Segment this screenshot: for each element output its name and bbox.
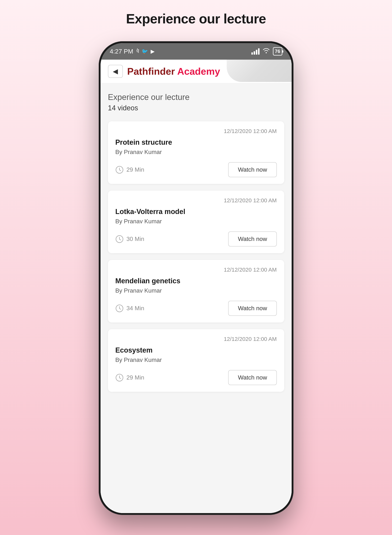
card-title: Mendelian genetics (115, 277, 277, 285)
card-duration: 29 Min (115, 373, 144, 382)
clock-icon (115, 373, 124, 382)
card-footer: 29 Min Watch now (115, 370, 277, 385)
card-footer: 30 Min Watch now (115, 231, 277, 247)
watch-now-button[interactable]: Watch now (228, 231, 277, 247)
battery-icon: 76 (273, 47, 282, 56)
clock-icon (115, 235, 124, 243)
card-title: Ecosystem (115, 346, 277, 354)
card-author: By Pranav Kumar (115, 287, 277, 294)
pay-icon: पे (136, 48, 139, 54)
back-button[interactable]: ◀ (108, 65, 123, 78)
card-footer: 34 Min Watch now (115, 301, 277, 316)
duration-text: 29 Min (126, 374, 144, 381)
video-count: 14 videos (108, 104, 284, 112)
status-right: 76 (251, 47, 282, 56)
duration-text: 29 Min (126, 166, 144, 173)
watch-now-button[interactable]: Watch now (228, 162, 277, 177)
battery-level: 76 (275, 48, 280, 54)
clock-icon (115, 304, 124, 312)
app-logo: Pathfinder Academy (127, 66, 220, 77)
watch-now-button[interactable]: Watch now (228, 301, 277, 316)
video-card: 12/12/2020 12:00 AM Mendelian genetics B… (108, 260, 284, 322)
video-card: 12/12/2020 12:00 AM Ecosystem By Pranav … (108, 329, 284, 392)
card-date: 12/12/2020 12:00 AM (115, 128, 277, 134)
clock-icon (115, 166, 124, 174)
section-title: Experience our lecture (108, 92, 284, 102)
status-icons-left: पे 🐦 ▶ (136, 48, 155, 54)
video-card: 12/12/2020 12:00 AM Lotka-Volterra model… (108, 191, 284, 253)
logo-pathfinder: Pathfinder (127, 66, 175, 77)
card-author: By Pranav Kumar (115, 357, 277, 363)
card-title: Protein structure (115, 139, 277, 146)
page-title: Experience our lecture (126, 11, 266, 26)
card-duration: 34 Min (115, 304, 144, 312)
status-bar: 4:27 PM पे 🐦 ▶ (101, 43, 292, 60)
card-author: By Pranav Kumar (115, 218, 277, 225)
twitter-icon: 🐦 (142, 48, 148, 54)
signal-icon (251, 48, 260, 55)
youtube-icon: ▶ (151, 48, 155, 54)
back-arrow-icon: ◀ (113, 67, 118, 75)
card-date: 12/12/2020 12:00 AM (115, 336, 277, 342)
logo-academy: Academy (175, 66, 220, 77)
phone-screen: 4:27 PM पे 🐦 ▶ (101, 43, 292, 513)
card-duration: 29 Min (115, 166, 144, 174)
app-header: ◀ Pathfinder Academy (101, 60, 292, 83)
scroll-content[interactable]: Experience our lecture 14 videos 12/12/2… (101, 83, 292, 513)
video-card: 12/12/2020 12:00 AM Protein structure By… (108, 121, 284, 184)
card-date: 12/12/2020 12:00 AM (115, 197, 277, 204)
status-time: 4:27 PM (110, 48, 133, 55)
card-footer: 29 Min Watch now (115, 162, 277, 177)
duration-text: 34 Min (126, 305, 144, 312)
watch-now-button[interactable]: Watch now (228, 370, 277, 385)
phone-frame: 4:27 PM पे 🐦 ▶ (99, 41, 294, 515)
card-author: By Pranav Kumar (115, 149, 277, 155)
card-duration: 30 Min (115, 235, 144, 243)
card-date: 12/12/2020 12:00 AM (115, 267, 277, 273)
card-title: Lotka-Volterra model (115, 208, 277, 216)
app-content: ◀ Pathfinder Academy Experience our lect… (101, 60, 292, 513)
duration-text: 30 Min (126, 236, 144, 242)
status-time-section: 4:27 PM पे 🐦 ▶ (110, 48, 155, 55)
header-cloud-decoration (227, 60, 292, 82)
wifi-icon (263, 48, 270, 55)
